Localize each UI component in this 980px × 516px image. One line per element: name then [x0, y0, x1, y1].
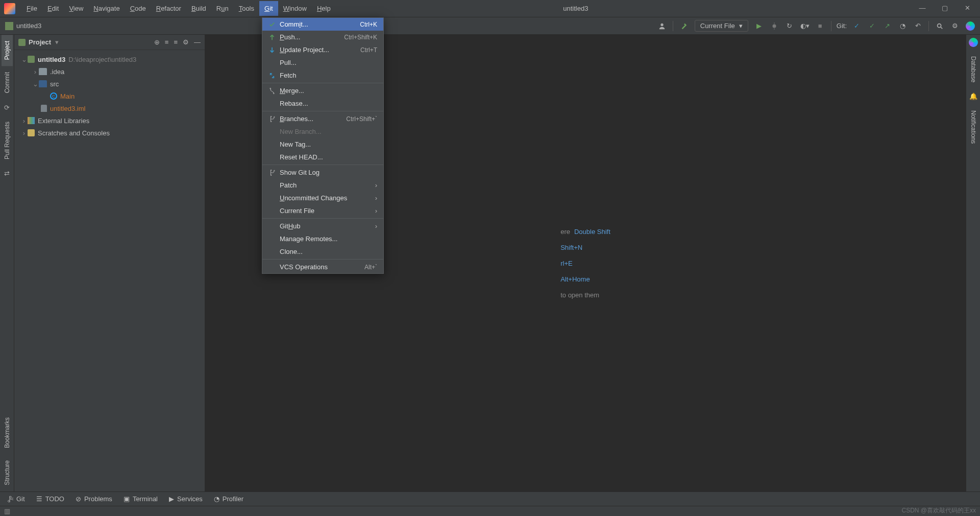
git-menu-current-file[interactable]: Current File›: [262, 204, 383, 217]
code-with-me-icon[interactable]: [966, 21, 975, 31]
sb-terminal[interactable]: ▣Terminal: [124, 495, 158, 503]
sb-git[interactable]: Git: [6, 495, 25, 503]
panel-settings-icon[interactable]: ⚙: [183, 38, 189, 46]
tree-src[interactable]: ⌄ src: [14, 78, 205, 90]
tree-main[interactable]: C Main: [14, 90, 205, 102]
expand-icon[interactable]: ≡: [165, 38, 169, 46]
collapse-icon[interactable]: ≡: [174, 38, 178, 46]
strip-commit[interactable]: Commit: [2, 66, 13, 99]
git-menu-commit[interactable]: Commit...Ctrl+K: [262, 18, 383, 31]
tree-iml[interactable]: untitled3.iml: [14, 102, 205, 114]
merge-icon: [268, 87, 276, 95]
menu-file[interactable]: File: [21, 1, 42, 16]
profile-icon[interactable]: ◐▾: [799, 20, 811, 32]
git-menu-push[interactable]: Push...Ctrl+Shift+K: [262, 31, 383, 43]
welcome-line-5: to open them: [560, 291, 599, 299]
git-menu-clone[interactable]: Clone...: [262, 245, 383, 258]
strip-pull-requests[interactable]: Pull Requests: [2, 115, 13, 166]
git-menu-vcs-operations[interactable]: VCS OperationsAlt+`: [262, 261, 383, 273]
git-commit-icon[interactable]: ✓: [866, 20, 877, 32]
git-menu-uncommitted-changes[interactable]: Uncommitted Changes›: [262, 192, 383, 204]
git-menu-patch[interactable]: Patch›: [262, 179, 383, 192]
shortcut-label: Ctrl+T: [360, 46, 377, 54]
strip-project[interactable]: Project: [2, 35, 13, 66]
project-tree: ⌄ untitled3 D:\ideaproject\untitled3 › .…: [14, 50, 205, 142]
chevron-down-icon: ▾: [739, 22, 743, 30]
git-update-icon[interactable]: ✓: [851, 20, 862, 32]
app-logo: [4, 3, 15, 14]
git-menu-fetch[interactable]: Fetch: [262, 69, 383, 82]
source-folder-icon: [39, 80, 47, 87]
chevron-down-icon: ⌄: [20, 56, 28, 63]
git-menu-merge[interactable]: Merge...: [262, 84, 383, 97]
git-menu-manage-remotes[interactable]: Manage Remotes...: [262, 232, 383, 245]
sb-services[interactable]: ▶Services: [169, 495, 203, 503]
sb-profiler[interactable]: ◔Profiler: [214, 495, 243, 503]
menu-build[interactable]: Build: [186, 1, 211, 16]
chevron-down-icon[interactable]: ▾: [55, 38, 59, 46]
bell-icon[interactable]: 🔔: [969, 88, 977, 104]
close-icon[interactable]: ✕: [963, 4, 972, 13]
locate-icon[interactable]: ⊕: [154, 38, 160, 46]
git-menu-reset-head[interactable]: Reset HEAD...: [262, 151, 383, 163]
menu-run[interactable]: Run: [211, 1, 234, 16]
shortcut-label: Ctrl+Shift+K: [344, 34, 377, 41]
menu-edit[interactable]: Edit: [42, 1, 64, 16]
code-with-me-side-icon[interactable]: [969, 38, 978, 47]
panel-title[interactable]: Project: [29, 38, 51, 46]
chevron-right-icon: ›: [375, 194, 377, 202]
maximize-icon[interactable]: ▢: [940, 4, 949, 13]
menu-view[interactable]: View: [64, 1, 88, 16]
tree-ext-lib[interactable]: › External Libraries: [14, 114, 205, 127]
git-menu-rebase[interactable]: Rebase...: [262, 97, 383, 110]
git-history-icon[interactable]: ◔: [897, 20, 908, 32]
strip-database[interactable]: Database: [968, 50, 979, 88]
git-menu-show-git-log[interactable]: Show Git Log: [262, 166, 383, 179]
strip-bookmarks[interactable]: Bookmarks: [2, 411, 13, 454]
menu-code[interactable]: Code: [125, 1, 151, 16]
hide-panel-icon[interactable]: —: [194, 38, 201, 46]
search-icon[interactable]: [934, 20, 945, 32]
branch-icon: [268, 115, 276, 123]
sb-todo[interactable]: ☰TODO: [36, 495, 64, 503]
run-config-selector[interactable]: Current File ▾: [695, 20, 748, 32]
menu-refactor[interactable]: Refactor: [151, 1, 186, 16]
git-menu-github[interactable]: GitHub›: [262, 220, 383, 232]
menu-navigate[interactable]: Navigate: [88, 1, 125, 16]
git-push-icon[interactable]: ↗: [881, 20, 893, 32]
menu-item-label: GitHub: [280, 222, 375, 230]
git-rollback-icon[interactable]: ↶: [912, 20, 923, 32]
tree-scratch[interactable]: › Scratches and Consoles: [14, 127, 205, 139]
strip-commit-icon[interactable]: ⟳: [4, 100, 10, 115]
strip-structure[interactable]: Structure: [2, 454, 13, 491]
debug-icon[interactable]: [769, 20, 780, 32]
build-hammer-icon[interactable]: [678, 20, 690, 32]
tree-root[interactable]: ⌄ untitled3 D:\ideaproject\untitled3: [14, 53, 205, 65]
stop-icon[interactable]: ■: [815, 20, 826, 32]
minimize-icon[interactable]: —: [918, 4, 927, 13]
menu-item-label: Commit...: [280, 20, 360, 28]
git-menu-pull[interactable]: Pull...: [262, 56, 383, 69]
tool-window-icon[interactable]: ▥: [4, 507, 10, 515]
menu-item-label: Fetch: [280, 72, 377, 79]
tree-idea[interactable]: › .idea: [14, 65, 205, 78]
coverage-icon[interactable]: ↻: [784, 20, 795, 32]
menu-item-label: Branches...: [280, 115, 346, 123]
chevron-right-icon: ›: [375, 207, 377, 215]
breadcrumb[interactable]: untitled3: [16, 22, 41, 30]
git-menu-new-tag[interactable]: New Tag...: [262, 138, 383, 151]
user-icon[interactable]: [656, 20, 668, 32]
shortcut-label: Alt+`: [364, 264, 377, 271]
settings-icon[interactable]: ⚙: [949, 20, 961, 32]
strip-pr-icon[interactable]: ⇄: [4, 166, 10, 181]
menu-item-label: New Tag...: [280, 140, 377, 148]
sb-problems[interactable]: ⊘Problems: [76, 495, 112, 503]
strip-notifications[interactable]: Notifications: [968, 104, 979, 150]
run-icon[interactable]: ▶: [753, 20, 765, 32]
module-icon: [28, 56, 35, 63]
shortcut-alt-home: Alt+Home: [560, 275, 590, 283]
shortcut-ctrl-e: rl+E: [560, 260, 572, 267]
git-menu-update-project[interactable]: Update Project...Ctrl+T: [262, 43, 383, 56]
svg-point-0: [660, 23, 663, 26]
git-menu-branches[interactable]: Branches...Ctrl+Shift+`: [262, 112, 383, 125]
